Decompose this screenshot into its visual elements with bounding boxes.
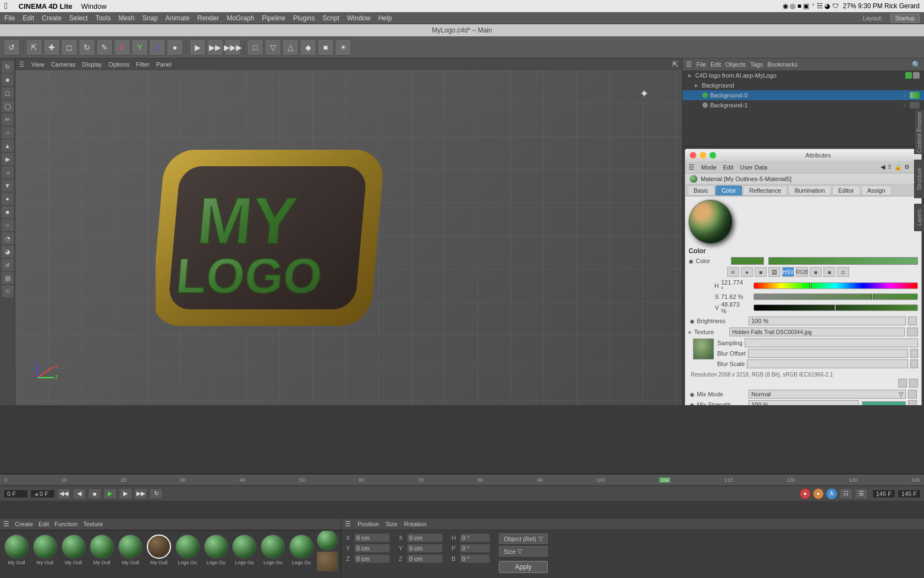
attr-edit-menu[interactable]: Edit (723, 164, 734, 171)
current-frame-display[interactable]: ◀ 0 F (30, 489, 55, 498)
spline-tool[interactable]: ▽ (265, 39, 281, 56)
mix-strength-radio[interactable]: ◉ (690, 402, 695, 406)
rgb-btn[interactable]: RGB (796, 267, 808, 277)
extra-mat-2[interactable] (317, 552, 338, 571)
skip-start-btn[interactable]: ◀◀ (57, 488, 70, 499)
texture-btn-1[interactable] (898, 379, 907, 388)
mat-tab-texture[interactable]: Texture (83, 521, 103, 527)
viewport-tab-filter[interactable]: Filter (136, 61, 149, 68)
layout-select[interactable]: Startup (890, 14, 920, 23)
material-item-9[interactable]: Logo Ou (260, 535, 286, 568)
left-tool-11[interactable]: ● (2, 193, 14, 205)
scene-background-folder[interactable]: ► Background (683, 80, 924, 90)
menu-edit[interactable]: Edit (23, 14, 34, 22)
search-icon[interactable]: 🔍 (912, 61, 921, 69)
material-item-0[interactable]: My Outl (3, 535, 30, 568)
coord-tab-size[interactable]: Size (386, 521, 397, 527)
menu-script[interactable]: Script (322, 14, 339, 22)
coord-tab-position[interactable]: Position (358, 521, 379, 527)
blur-scale-input[interactable]: 0 % (747, 359, 908, 368)
hsv-btn[interactable]: HSV (782, 267, 794, 277)
mix-strength-bar[interactable] (862, 401, 906, 405)
play-btn[interactable]: ▶ (103, 488, 117, 499)
attr-settings-icon[interactable]: ⚙ (904, 163, 910, 171)
mat-tab-edit[interactable]: Edit (38, 521, 49, 527)
scene-bg1-item[interactable]: Background-1 ✓ (683, 100, 924, 110)
layers-tab[interactable]: Layers (914, 204, 924, 231)
scene-bg0-item[interactable]: Background-0 ✓ (683, 90, 924, 100)
select-tool[interactable]: ⇱ (26, 39, 42, 56)
blur-offset-input[interactable]: 0 % (748, 349, 908, 358)
deform-tool[interactable]: △ (282, 39, 299, 56)
viewport-tab-panel[interactable]: Panel (156, 61, 172, 68)
visible-icon[interactable] (905, 72, 912, 79)
left-tool-6[interactable]: ○ (2, 127, 14, 139)
timeline-layout-btn[interactable]: ☰ (855, 488, 868, 499)
material-item-4[interactable]: My Outl (117, 535, 144, 568)
mix-mode-btn[interactable] (908, 390, 917, 399)
brush-tool[interactable]: ✎ (96, 39, 113, 56)
pos-y-input[interactable]: 0 cm (354, 544, 390, 553)
brightness-stepper[interactable]: ▽ (908, 317, 917, 325)
left-tool-1[interactable]: ↻ (2, 61, 14, 73)
color-swatch-display[interactable] (731, 257, 764, 265)
left-tool-15[interactable]: ◕ (2, 246, 14, 258)
end-frame2-display[interactable]: 145 F (898, 489, 921, 498)
bookmarks-menu[interactable]: Bookmarks (767, 61, 798, 68)
minimize-btn[interactable] (700, 152, 706, 159)
material-item-1[interactable]: My Outl (32, 535, 58, 568)
left-tool-10[interactable]: ▼ (2, 179, 14, 192)
attr-lock-icon[interactable]: 🔒 (894, 163, 902, 171)
left-tool-2[interactable]: ■ (2, 74, 14, 86)
left-tool-4[interactable]: ◯ (2, 100, 14, 112)
tab-assign[interactable]: Assign (861, 186, 892, 195)
structure-tab[interactable]: Structure (914, 160, 924, 198)
y-axis[interactable]: Y (131, 39, 148, 56)
hue-slider[interactable] (754, 282, 918, 289)
mat-tab-function[interactable]: Function (54, 521, 78, 527)
menu-file[interactable]: File (4, 14, 15, 22)
menu-mesh[interactable]: Mesh (118, 14, 134, 22)
kelvin-btn[interactable]: ■ (823, 267, 835, 277)
motion-clip-btn[interactable]: ☷ (839, 488, 853, 499)
world-coord[interactable]: ● (167, 39, 183, 56)
x-axis[interactable]: X (114, 39, 130, 56)
rot-h-input[interactable]: 0 ° (460, 533, 490, 542)
size-x-input[interactable]: 0 cm (407, 533, 443, 542)
viewport-tab-display[interactable]: Display (82, 61, 102, 68)
end-frame-display[interactable]: 145 F (872, 489, 895, 498)
mat-tab-create[interactable]: Create (15, 521, 33, 527)
tab-illumination[interactable]: Illumination (788, 186, 831, 195)
sat-thumb[interactable] (872, 293, 873, 300)
mix-mode-select[interactable]: Normal ▽ (749, 390, 906, 399)
color-wheel-btn[interactable]: ⭘ (727, 267, 739, 277)
texture-settings-btn[interactable]: ⋮ (907, 328, 918, 336)
attr-nav-back[interactable]: ◀ (881, 163, 885, 171)
menu-snap[interactable]: Snap (142, 14, 158, 22)
record-btn[interactable]: ● (800, 488, 811, 499)
light-tool[interactable]: ☀ (335, 39, 351, 56)
left-tool-8[interactable]: ▶ (2, 153, 14, 165)
move-tool[interactable]: ✚ (43, 39, 60, 56)
mix-strength-input[interactable]: 100 % (749, 400, 859, 405)
val-thumb[interactable] (834, 304, 836, 311)
scale-tool[interactable]: ◻ (61, 39, 78, 56)
apply-button[interactable]: Apply (499, 561, 548, 573)
material-item-8[interactable]: Logo Ou (232, 535, 258, 568)
add-obj[interactable]: □ (247, 39, 263, 56)
render-icon[interactable] (913, 72, 920, 79)
val-slider[interactable] (754, 304, 918, 311)
blur-scale-stepper[interactable]: ▽ (910, 359, 918, 368)
loop-btn[interactable]: ↻ (150, 488, 163, 499)
undo-btn[interactable]: ↺ (3, 39, 20, 56)
step-fwd-btn[interactable]: ▶ (119, 488, 132, 499)
material-item-3[interactable]: My Outl (89, 535, 115, 568)
left-tool-18[interactable]: ☉ (2, 285, 14, 297)
step-back-btn[interactable]: ◀ (73, 488, 86, 499)
cmyk-btn[interactable]: ■ (810, 267, 822, 277)
texture-arrow[interactable]: ▶ (689, 330, 692, 335)
menu-help[interactable]: Help (378, 14, 392, 22)
left-tool-17[interactable]: ▤ (2, 272, 14, 284)
left-tool-14[interactable]: ◔ (2, 232, 14, 244)
color-picker-btn[interactable]: ● (741, 267, 753, 277)
